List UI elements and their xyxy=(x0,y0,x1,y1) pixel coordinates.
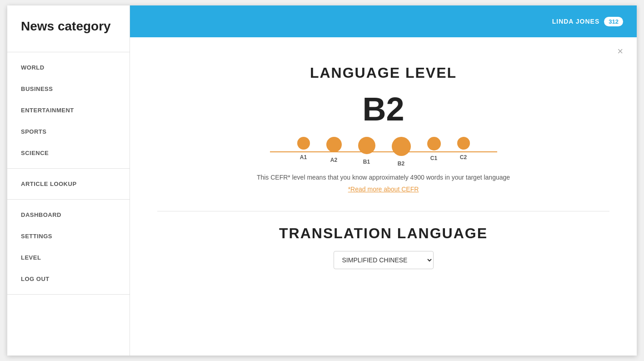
sidebar-tools-section: ARTICLE LOOKUP xyxy=(7,169,130,200)
user-name: LINDA JONES xyxy=(552,18,600,25)
sidebar-title: News category xyxy=(7,5,130,52)
app-container: News category WORLDBUSINESSENTERTAINMENT… xyxy=(7,5,637,356)
app-header: LINDA JONES 312 xyxy=(130,5,637,37)
translation-language-title: TRANSLATION LANGUAGE xyxy=(157,225,609,242)
sidebar-item-dashboard[interactable]: DASHBOARD xyxy=(7,204,130,226)
sidebar-item-settings[interactable]: SETTINGS xyxy=(7,226,130,247)
cefr-node-b2: B2 xyxy=(392,137,411,167)
translation-language-select[interactable]: SIMPLIFIED CHINESETRADITIONAL CHINESESPA… xyxy=(334,251,434,269)
user-score: 312 xyxy=(604,17,623,26)
cefr-description: This CEFR* level means that you know app… xyxy=(157,174,609,181)
cefr-nodes: A1A2B1B2C1C2 xyxy=(289,137,478,167)
sidebar-item-logout[interactable]: LOG OUT xyxy=(7,268,130,290)
content-area: × LANGUAGE LEVEL B2 A1A2B1B2C1C2 This CE… xyxy=(130,37,637,356)
translation-select-wrap: SIMPLIFIED CHINESETRADITIONAL CHINESESPA… xyxy=(157,251,609,269)
sidebar-item-sports[interactable]: SPORTS xyxy=(7,121,130,142)
sidebar-item-article-lookup[interactable]: ARTICLE LOOKUP xyxy=(7,173,130,195)
cefr-node-c2: C2 xyxy=(457,137,470,160)
sidebar-account-section: DASHBOARDSETTINGSLEVELLOG OUT xyxy=(7,200,130,295)
cefr-node-a1: A1 xyxy=(297,137,310,160)
cefr-link[interactable]: *Read more about CEFR xyxy=(157,186,609,193)
sidebar-item-science[interactable]: SCIENCE xyxy=(7,142,130,164)
close-button[interactable]: × xyxy=(617,46,623,56)
cefr-node-c1: C1 xyxy=(427,137,441,161)
sidebar-item-level[interactable]: LEVEL xyxy=(7,247,130,268)
user-info: LINDA JONES 312 xyxy=(552,17,623,26)
language-level-title: LANGUAGE LEVEL xyxy=(157,65,609,81)
sidebar-item-world[interactable]: WORLD xyxy=(7,57,130,78)
cefr-scale: A1A2B1B2C1C2 xyxy=(157,137,609,167)
level-value: B2 xyxy=(157,90,609,128)
sidebar-item-entertainment[interactable]: ENTERTAINMENT xyxy=(7,100,130,121)
cefr-node-b1: B1 xyxy=(358,137,375,165)
section-divider xyxy=(157,211,609,211)
cefr-node-a2: A2 xyxy=(326,137,342,163)
main-area: LINDA JONES 312 × LANGUAGE LEVEL B2 A1A2… xyxy=(130,5,637,356)
sidebar-news-section: WORLDBUSINESSENTERTAINMENTSPORTSSCIENCE xyxy=(7,52,130,169)
sidebar: News category WORLDBUSINESSENTERTAINMENT… xyxy=(7,5,130,356)
sidebar-item-business[interactable]: BUSINESS xyxy=(7,78,130,100)
